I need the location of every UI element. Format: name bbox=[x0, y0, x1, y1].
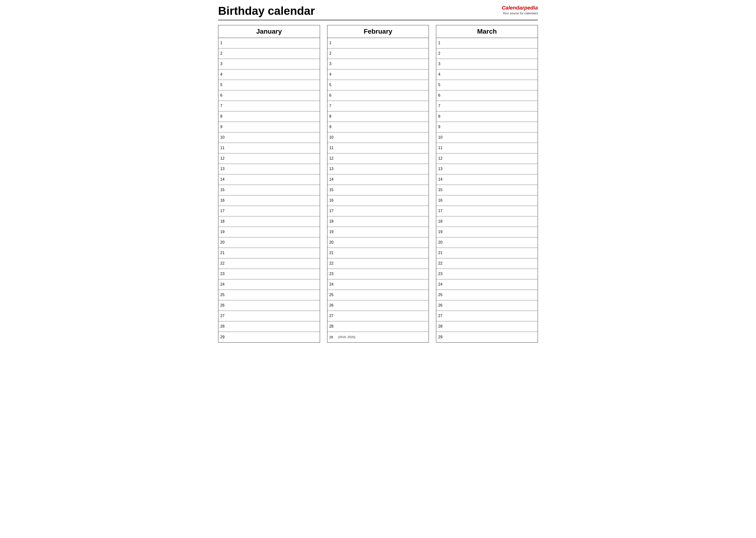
day-number: 18 bbox=[327, 218, 337, 225]
month-header-january: January bbox=[218, 25, 320, 38]
day-number: 10 bbox=[327, 134, 337, 140]
logo-italic: pedia bbox=[524, 5, 538, 11]
day-number: 17 bbox=[436, 208, 446, 214]
logo-brand: Calendarpedia bbox=[502, 5, 538, 11]
day-number: 12 bbox=[327, 155, 337, 162]
day-row: 15 bbox=[218, 185, 320, 195]
day-row: 22 bbox=[218, 258, 320, 269]
day-row: 9 bbox=[436, 122, 538, 133]
day-row: 8 bbox=[436, 111, 538, 122]
day-row: 28 bbox=[327, 321, 429, 332]
day-number: 6 bbox=[218, 92, 228, 98]
day-row: 5 bbox=[327, 80, 429, 90]
day-row: 28 bbox=[218, 321, 320, 332]
day-number: 2 bbox=[327, 50, 337, 57]
day-number: 12 bbox=[436, 155, 446, 162]
day-row: 25 bbox=[436, 290, 538, 300]
day-row: 23 bbox=[436, 269, 538, 279]
day-row: 7 bbox=[218, 101, 320, 111]
day-number: 23 bbox=[436, 271, 446, 277]
day-number: 5 bbox=[218, 82, 228, 88]
day-number: 26 bbox=[218, 302, 228, 308]
day-row: 2 bbox=[327, 48, 429, 59]
day-row: 15 bbox=[436, 185, 538, 195]
day-row: 9 bbox=[327, 122, 429, 133]
day-number: 1 bbox=[327, 40, 337, 46]
day-number: 16 bbox=[436, 197, 446, 203]
day-number: 18 bbox=[436, 218, 446, 225]
day-row: 18 bbox=[218, 216, 320, 227]
day-row: 19 bbox=[436, 227, 538, 238]
day-row: 4 bbox=[436, 70, 538, 80]
day-row: 21 bbox=[327, 248, 429, 258]
day-number: 13 bbox=[218, 166, 228, 172]
day-row: 20 bbox=[327, 238, 429, 248]
day-number: 27 bbox=[436, 313, 446, 319]
day-row: 3 bbox=[327, 59, 429, 70]
logo-regular: Calendar bbox=[502, 5, 524, 11]
day-row: 19 bbox=[327, 227, 429, 238]
logo-area: Calendarpedia Your source for calendars bbox=[502, 5, 538, 15]
day-number: 24 bbox=[327, 281, 337, 288]
day-number: 24 bbox=[218, 281, 228, 288]
day-number: 23 bbox=[327, 271, 337, 277]
day-number: 29 bbox=[436, 334, 446, 340]
day-number: 20 bbox=[327, 239, 337, 245]
month-calendar-january: January123456789101112131415161718192021… bbox=[218, 25, 320, 343]
day-row: 7 bbox=[436, 101, 538, 111]
day-row: 18 bbox=[327, 216, 429, 227]
day-number: 8 bbox=[436, 113, 446, 120]
day-row: 18 bbox=[436, 216, 538, 227]
day-number: 27 bbox=[327, 313, 337, 319]
day-number: 13 bbox=[327, 166, 337, 172]
day-number: 9 bbox=[436, 124, 446, 130]
day-row: 11 bbox=[218, 143, 320, 153]
day-row: 10 bbox=[218, 133, 320, 143]
day-number: 23 bbox=[218, 271, 228, 277]
day-number: 22 bbox=[218, 260, 228, 266]
day-row: 4 bbox=[327, 70, 429, 80]
month-calendar-february: February12345678910111213141516171819202… bbox=[327, 25, 429, 343]
day-row: 24 bbox=[436, 279, 538, 290]
day-number: 11 bbox=[218, 145, 228, 151]
day-row: 11 bbox=[436, 143, 538, 153]
day-number: 8 bbox=[327, 113, 337, 120]
day-row: 22 bbox=[327, 258, 429, 269]
day-row: 13 bbox=[327, 164, 429, 174]
day-number: 20 bbox=[436, 239, 446, 245]
day-number: 14 bbox=[436, 176, 446, 183]
day-row: 1 bbox=[327, 38, 429, 48]
day-row: 1 bbox=[218, 38, 320, 48]
day-row: 12 bbox=[327, 153, 429, 164]
day-row: 21 bbox=[436, 248, 538, 258]
day-row: 6 bbox=[436, 90, 538, 101]
day-number: 5 bbox=[436, 82, 446, 88]
day-row: 17 bbox=[436, 206, 538, 216]
day-number: 2 bbox=[436, 50, 446, 57]
day-row: 15 bbox=[327, 185, 429, 195]
day-row: 2 bbox=[218, 48, 320, 59]
day-number: 29 bbox=[218, 334, 228, 340]
day-row: 14 bbox=[218, 174, 320, 185]
calendars-container: January123456789101112131415161718192021… bbox=[218, 25, 538, 343]
day-row: 25 bbox=[218, 290, 320, 300]
day-number: 24 bbox=[436, 281, 446, 288]
day-number: 14 bbox=[218, 176, 228, 183]
day-row: 9 bbox=[218, 122, 320, 133]
day-row: 26 bbox=[218, 300, 320, 311]
logo-tagline: Your source for calendars bbox=[502, 12, 538, 15]
day-number: 16 bbox=[327, 197, 337, 203]
day-row: 12 bbox=[436, 153, 538, 164]
day-row: 8 bbox=[218, 111, 320, 122]
day-row: 24 bbox=[218, 279, 320, 290]
day-row: 2 bbox=[436, 48, 538, 59]
day-number: 15 bbox=[436, 187, 446, 193]
day-row: 12 bbox=[218, 153, 320, 164]
day-row: 11 bbox=[327, 143, 429, 153]
day-row: 21 bbox=[218, 248, 320, 258]
day-number: 15 bbox=[218, 187, 228, 193]
page-header: Birthday calendar Calendarpedia Your sou… bbox=[218, 5, 538, 20]
day-number: 26 bbox=[327, 302, 337, 308]
day-row: 29 bbox=[218, 332, 320, 342]
day-number: 21 bbox=[327, 250, 337, 256]
